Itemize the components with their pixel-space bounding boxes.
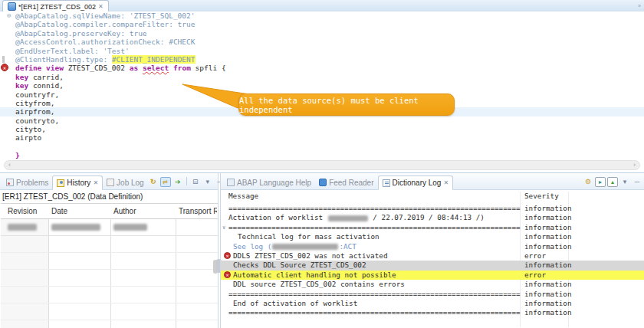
dictionary-log-table: Message Severity =======================… xyxy=(221,190,644,328)
right-view-tabs: ABAP Language HelpFeed ReaderDictionary … xyxy=(221,173,644,190)
censored-text xyxy=(328,215,368,221)
code-token: countryto, xyxy=(15,116,59,125)
severity-column-header[interactable]: Severity xyxy=(524,190,559,202)
scroll-left-icon[interactable]: ‹ xyxy=(8,162,11,169)
horizontal-scrollbar[interactable]: ‹ › xyxy=(4,160,640,170)
log-row[interactable]: End of activation of worklistinformation xyxy=(221,299,644,308)
fold-icon[interactable]: ⊖ xyxy=(7,11,11,20)
table-row[interactable] xyxy=(1,219,218,236)
code-line[interactable]: } xyxy=(0,151,644,159)
refresh-icon[interactable] xyxy=(148,177,159,187)
code-line[interactable]: ⊖@AbapCatalog.sqlViewName: 'ZTEST_SQL_00… xyxy=(0,11,644,20)
scroll-right-icon[interactable]: › xyxy=(633,162,636,169)
code-line[interactable]: @AccessControl.authorizationCheck: #CHEC… xyxy=(0,38,644,46)
log-row[interactable]: ✕Automatic client handling not possiblee… xyxy=(221,271,644,280)
code-line[interactable]: ✕define view ZTEST_CDS_002 as select fro… xyxy=(0,64,644,72)
tab-overflow-icon[interactable]: » xyxy=(638,3,640,8)
table-row[interactable] xyxy=(1,253,218,270)
import-log-icon[interactable] xyxy=(607,177,618,187)
column-header-date[interactable]: Date xyxy=(51,204,108,218)
table-row[interactable] xyxy=(1,270,218,287)
code-line[interactable]: @AbapCatalog.preserveKey: true xyxy=(0,29,644,38)
log-row[interactable]: Technical log for mass activationinforma… xyxy=(221,232,644,241)
table-row[interactable] xyxy=(1,236,218,253)
censored-text xyxy=(272,244,338,250)
log-row[interactable]: ✕DDLS ZTEST_CDS_002 was not activatederr… xyxy=(221,251,644,261)
abap-help-icon xyxy=(227,179,235,186)
log-row[interactable]: DDL source ZTEST_CDS_002 contains errors… xyxy=(221,280,644,289)
log-row[interactable]: ∨=======================================… xyxy=(221,223,644,232)
tab-label: History xyxy=(67,179,90,187)
filter-icon[interactable] xyxy=(583,177,593,187)
censored-text xyxy=(51,224,100,231)
view-tab-feed-reader[interactable]: Feed Reader xyxy=(315,176,377,189)
code-text: define view ZTEST_CDS_002 as select from… xyxy=(15,64,226,72)
gutter xyxy=(0,151,15,159)
log-row[interactable]: ========================================… xyxy=(221,290,644,299)
code-line[interactable]: countryto, xyxy=(0,116,644,125)
log-severity: information xyxy=(524,232,572,241)
code-line[interactable]: airpto xyxy=(0,133,644,142)
log-severity: information xyxy=(524,280,572,289)
code-text: @ClientHandling.type: #CLIENT_INDEPENDEN… xyxy=(15,55,196,64)
close-icon[interactable]: ✕ xyxy=(443,180,449,186)
code-line[interactable]: @EndUserText.label: 'Test' xyxy=(0,47,644,55)
log-message-text: :ACT xyxy=(339,242,356,251)
code-line[interactable]: @ClientHandling.type: #CLIENT_INDEPENDEN… xyxy=(0,55,644,64)
log-severity: information xyxy=(524,261,572,270)
view-tab-history[interactable]: History✕ xyxy=(52,175,103,190)
collapse-all-icon[interactable] xyxy=(190,177,201,187)
gutter xyxy=(0,29,15,38)
view-tab-dictionary-log[interactable]: Dictionary Log✕ xyxy=(378,175,454,190)
log-rows: ========================================… xyxy=(221,204,644,328)
gutter xyxy=(0,107,15,116)
table-row[interactable] xyxy=(1,287,218,303)
code-editor[interactable]: ⊖@AbapCatalog.sqlViewName: 'ZTEST_SQL_00… xyxy=(0,11,644,160)
view-tab-problems[interactable]: Problems xyxy=(2,176,52,189)
history-view: ProblemsHistory✕Job Log [ER1] ZTEST_CDS_… xyxy=(0,173,219,328)
log-message: ========================================… xyxy=(221,223,521,232)
table-row[interactable] xyxy=(1,303,218,320)
code-token: spfli { xyxy=(191,64,226,72)
view-menu-caret-icon[interactable] xyxy=(619,177,630,187)
column-header-transport-re[interactable]: Transport Re xyxy=(179,204,217,218)
close-icon[interactable]: ✕ xyxy=(93,180,98,186)
log-row[interactable]: Activation of worklist / 22.07.2019 / 08… xyxy=(221,213,644,222)
log-message: See log (:ACT xyxy=(221,242,356,251)
column-header-author[interactable]: Author xyxy=(113,204,173,218)
export-log-icon[interactable] xyxy=(595,177,606,187)
close-icon[interactable]: ✕ xyxy=(98,4,104,10)
code-token: @AbapCatalog.compiler.compareFilter: tru… xyxy=(15,20,196,28)
code-token: cityto, xyxy=(15,125,46,133)
error-marker-icon[interactable]: ✕ xyxy=(1,64,8,71)
view-tab-abap-language-help[interactable]: ABAP Language Help xyxy=(223,176,315,189)
code-token: airpto xyxy=(15,133,41,142)
chevron-expand-icon[interactable]: ∨ xyxy=(222,223,225,232)
minimize-icon[interactable] xyxy=(632,177,642,187)
log-row[interactable]: Checks DDL Source ZTEST_CDS_002informati… xyxy=(221,261,644,270)
code-line[interactable]: key connid, xyxy=(0,81,644,90)
gutter xyxy=(0,47,15,55)
view-menu-caret-icon[interactable] xyxy=(202,177,213,187)
code-token: #CLIENT_INDEPENDENT xyxy=(112,55,196,64)
log-message-text: / 22.07.2019 / 08:44:13 /) xyxy=(369,213,485,221)
link-with-editor-icon[interactable] xyxy=(160,177,171,187)
log-row[interactable]: See log (:ACTinformation xyxy=(221,242,644,251)
message-column-header[interactable]: Message xyxy=(228,190,258,202)
log-severity: information xyxy=(524,213,572,222)
view-tab-job-log[interactable]: Job Log xyxy=(103,176,148,189)
code-text: key carrid, xyxy=(15,73,64,81)
code-text: countryfr, xyxy=(15,90,59,99)
column-header-revision[interactable]: Revision xyxy=(8,204,46,218)
code-line[interactable]: cityto, xyxy=(0,125,644,133)
table-row[interactable] xyxy=(1,320,218,328)
code-line[interactable]: key carrid, xyxy=(0,73,644,81)
log-row[interactable]: ========================================… xyxy=(221,308,644,317)
code-line[interactable]: @AbapCatalog.compiler.compareFilter: tru… xyxy=(0,20,644,28)
editor-tab-ztest-cds-002[interactable]: *[ER1] ZTEST_CDS_002 ✕ xyxy=(2,0,109,12)
code-line[interactable] xyxy=(0,143,644,151)
log-row[interactable]: ========================================… xyxy=(221,204,644,213)
code-token: @ClientHandling.type: xyxy=(15,55,112,64)
pin-editor-icon[interactable] xyxy=(172,177,183,187)
code-token: key xyxy=(15,81,28,90)
